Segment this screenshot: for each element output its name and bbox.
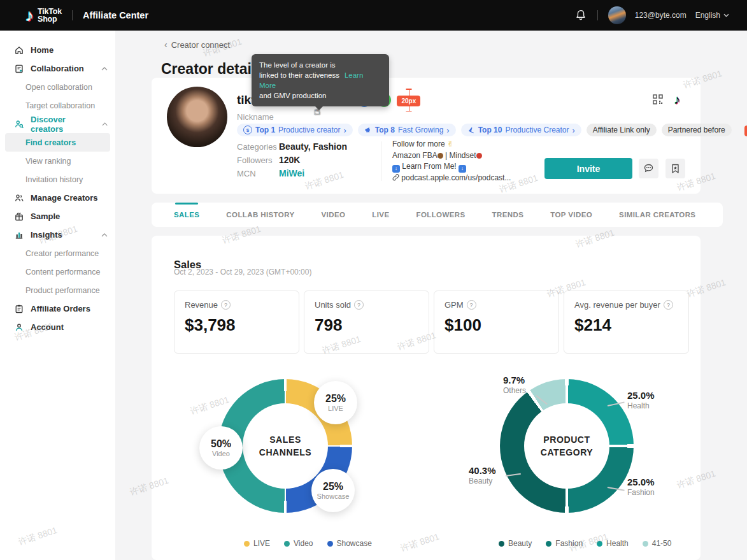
sidebar-item-label: Collaboration (31, 64, 84, 73)
info-divider (381, 141, 381, 181)
sidebar-item-view-ranking[interactable]: View ranking (0, 152, 115, 170)
legend-dot (643, 541, 648, 547)
invite-button[interactable]: Invite (544, 158, 632, 179)
chevron-right-icon: › (344, 126, 346, 134)
qr-code-icon[interactable] (652, 94, 664, 105)
legend-showcase[interactable]: Showcase (327, 539, 372, 548)
language-selector[interactable]: English (695, 11, 729, 20)
sidebar-item-product-performance[interactable]: Product performance (0, 281, 115, 299)
stat-card-avg-revenue: Avg. revenue per buyer? $214 (564, 291, 689, 354)
sidebar-item-home[interactable]: Home (0, 41, 115, 59)
chevron-down-icon (723, 13, 729, 17)
legend-live[interactable]: LIVE (244, 539, 270, 548)
sidebar-item-label: Affiliate Orders (31, 304, 90, 313)
callout-showcase: 25%Showcase (311, 469, 355, 512)
tab-top-video[interactable]: TOP VIDEO (550, 203, 592, 227)
sidebar-item-label: Discover creators (31, 115, 96, 134)
legend-dot (284, 541, 290, 547)
tag-affiliate-link-only: Affiliate Link only (587, 124, 657, 136)
tab-live[interactable]: LIVE (372, 203, 389, 227)
spec-badge-24px: 24px (744, 124, 747, 136)
account-icon (14, 322, 24, 333)
badge-rest: Fast Growing (398, 126, 443, 134)
sidebar-item-creator-performance[interactable]: Creator performance (0, 244, 115, 262)
legend-41-50[interactable]: 41-50 (643, 539, 672, 548)
user-avatar[interactable] (608, 6, 626, 24)
app-title: Affiliate Center (83, 10, 148, 20)
sidebar-item-target-collaboration[interactable]: Target collaboration (0, 96, 115, 115)
manage-creators-icon (14, 193, 24, 203)
orders-clipboard-icon (14, 304, 24, 314)
callout-others: 9.7%Others (503, 375, 526, 395)
tab-collab-history[interactable]: COLLAB HISTORY (226, 203, 294, 227)
mcn-value-link[interactable]: MiWei (279, 168, 304, 178)
callout-fashion: 25.0%Fashion (627, 477, 655, 497)
breadcrumb-creator-connect[interactable]: ‹Creator connect (164, 39, 230, 50)
legend-fashion[interactable]: Fashion (546, 539, 583, 548)
chevron-up-icon (101, 67, 108, 71)
badge-top1-productive-creator[interactable]: $ Top 1 Productive creator › (237, 124, 353, 136)
sidebar-item-insights[interactable]: Insights (0, 226, 115, 244)
sidebar-item-discover-creators[interactable]: Discover creators (0, 115, 115, 133)
help-icon[interactable]: ? (664, 300, 673, 310)
sidebar-item-collaboration[interactable]: Collaboration (0, 59, 115, 78)
badge-top8-fast-growing[interactable]: Top 8 Fast Growing › (358, 124, 456, 136)
product-category-legend: Beauty Fashion Health 41-50 (499, 539, 671, 548)
level-tooltip: The level of a creator is linked to thei… (252, 54, 389, 106)
help-icon[interactable]: ? (467, 300, 476, 310)
sidebar-item-account[interactable]: Account (0, 318, 115, 336)
legend-beauty[interactable]: Beauty (499, 539, 532, 548)
sidebar-item-find-creators[interactable]: Find creators (5, 133, 110, 152)
tab-similar-creators[interactable]: SIMILAR CREATORS (619, 203, 695, 227)
tab-followers[interactable]: FOLLOWERS (416, 203, 466, 227)
down-arrow-emoji: ↓ (392, 165, 400, 173)
chat-button[interactable] (639, 159, 658, 178)
breadcrumb-label: Creator connect (171, 40, 231, 50)
bio-line-2: Amazon FBA | Mindset (392, 150, 511, 162)
bio-line-3: ↓ Learn From Me! ↓ (392, 161, 511, 173)
sidebar-item-label: Home (31, 45, 53, 55)
help-icon[interactable]: ? (221, 300, 231, 310)
sidebar-item-invitation-history[interactable]: Invitation history (0, 170, 115, 189)
sidebar-item-affiliate-orders[interactable]: Affiliate Orders (0, 299, 115, 318)
badge-top10-productive-creator[interactable]: Top 10 Productive Creator › (461, 124, 581, 136)
stat-card-units-sold: Units sold? 798 (304, 291, 429, 354)
stat-label: Units sold (315, 300, 351, 310)
stat-value: $100 (445, 315, 558, 335)
bookmark-button[interactable] (665, 159, 685, 178)
stat-label: Revenue (185, 300, 218, 310)
red-emoji (476, 153, 482, 159)
sample-gift-icon (14, 212, 24, 222)
legend-dot (499, 541, 504, 547)
sidebar-item-open-collaboration[interactable]: Open collaboration (0, 78, 115, 96)
product-category-donut-chart[interactable]: PRODUCT CATEGORY (500, 379, 634, 513)
tab-sales[interactable]: SALES (174, 203, 199, 227)
creator-bio: Follow for more ✌ Amazon FBA | Mindset ↓… (392, 139, 511, 183)
sidebar-item-content-performance[interactable]: Content performance (0, 262, 115, 281)
chat-bubble-icon (643, 163, 654, 174)
user-email[interactable]: 123@byte.com (635, 11, 687, 20)
podcast-link[interactable]: podcast.apple.com/us/podcast... (401, 173, 511, 182)
measure-cap-top (406, 89, 411, 90)
bio-line-1: Follow for more ✌ (392, 139, 511, 150)
tiktok-profile-icon[interactable]: ♪ (674, 93, 680, 106)
sidebar-item-manage-creators[interactable]: Manage Creators (0, 189, 115, 207)
legend-video[interactable]: Video (284, 539, 313, 548)
sidebar-item-sample[interactable]: Sample (0, 207, 115, 226)
tooltip-line2: linked to their activeness (259, 71, 339, 79)
topbar-divider (72, 10, 73, 20)
bio-line-4[interactable]: podcast.apple.com/us/podcast... (392, 173, 511, 184)
chevron-right-icon: › (446, 126, 449, 134)
tab-trends[interactable]: TRENDS (492, 203, 524, 227)
legend-dot (546, 541, 551, 547)
tiktok-shop-logo[interactable]: TikTok Shop (38, 8, 62, 24)
help-icon[interactable]: ? (354, 300, 364, 310)
tab-video[interactable]: VIDEO (322, 203, 346, 227)
categories-value: Beauty, Fashion (279, 141, 347, 152)
product-category-center-label: PRODUCT CATEGORY (524, 403, 609, 489)
badge-strong: Top 8 (375, 126, 395, 134)
notification-bell-icon[interactable] (574, 9, 587, 22)
megaphone-icon (364, 126, 372, 134)
callout-video: 50%Video (199, 426, 243, 470)
legend-health[interactable]: Health (597, 539, 629, 548)
